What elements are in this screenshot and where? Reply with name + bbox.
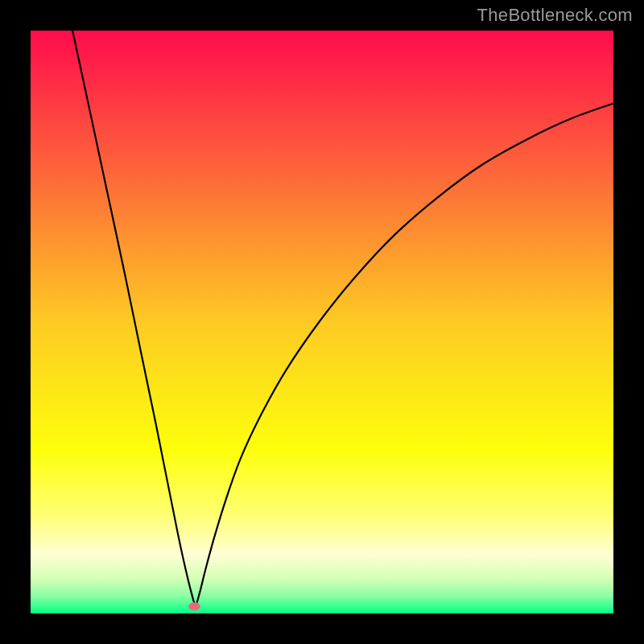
plot-area <box>31 31 613 613</box>
chart-frame: TheBottleneck.com <box>0 0 644 644</box>
gradient-bg <box>31 31 613 613</box>
min-marker <box>188 602 200 610</box>
watermark-text: TheBottleneck.com <box>477 5 633 26</box>
plot-svg <box>31 31 613 613</box>
